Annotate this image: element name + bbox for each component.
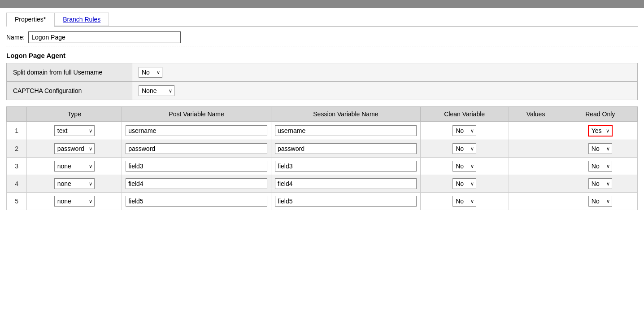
name-row: Name: xyxy=(6,31,638,43)
session-var-input[interactable] xyxy=(275,143,417,154)
session-var-input[interactable] xyxy=(275,178,417,189)
type-select[interactable]: textpasswordnone xyxy=(54,143,95,154)
section-title: Logon Page Agent xyxy=(6,52,638,59)
type-select[interactable]: textpasswordnone xyxy=(54,196,95,207)
clean-select[interactable]: NoYes xyxy=(453,196,476,207)
read-only-wrapper: NoYes xyxy=(588,196,612,207)
read-only-wrapper: YesNo xyxy=(588,125,613,137)
cell-read-only: YesNo xyxy=(563,122,637,140)
type-select[interactable]: textpasswordnone xyxy=(54,125,95,136)
cell-type: textpasswordnone xyxy=(27,140,122,158)
clean-select[interactable]: NoYes xyxy=(453,178,476,189)
cell-values xyxy=(509,140,563,158)
read-only-wrapper: NoYes xyxy=(588,178,612,189)
data-table-header: Type Post Variable Name Session Variable… xyxy=(7,107,638,122)
clean-select[interactable]: NoYes xyxy=(453,125,476,136)
read-only-select[interactable]: NoYes xyxy=(588,143,612,154)
session-var-input[interactable] xyxy=(275,161,417,172)
type-select-wrapper: textpasswordnone xyxy=(54,125,95,136)
cell-post-var xyxy=(122,158,271,175)
post-var-input[interactable] xyxy=(126,143,267,154)
top-bar xyxy=(0,0,644,8)
read-only-select[interactable]: NoYes xyxy=(588,161,612,172)
col-header-type: Type xyxy=(27,107,122,122)
cell-read-only: NoYes xyxy=(563,193,637,210)
agent-setting-label-1: Split domain from full Username xyxy=(7,63,132,82)
col-header-post: Post Variable Name xyxy=(122,107,271,122)
agent-setting-control-1: No Yes xyxy=(132,63,638,82)
tab-bar: Properties* Branch Rules xyxy=(6,13,638,27)
read-only-wrapper: NoYes xyxy=(588,161,612,172)
data-table: Type Post Variable Name Session Variable… xyxy=(6,106,638,210)
main-container: Properties* Branch Rules Name: Logon Pag… xyxy=(0,8,644,215)
read-only-select[interactable]: YesNo xyxy=(589,126,612,136)
name-input[interactable] xyxy=(28,31,181,43)
session-var-input[interactable] xyxy=(275,196,417,207)
cell-type: textpasswordnone xyxy=(27,122,122,140)
read-only-wrapper: NoYes xyxy=(588,143,612,154)
type-select-wrapper: textpasswordnone xyxy=(54,143,95,154)
cell-type: textpasswordnone xyxy=(27,175,122,193)
cell-post-var xyxy=(122,175,271,193)
cell-clean-var: NoYes xyxy=(420,140,509,158)
cell-values xyxy=(509,193,563,210)
col-header-values: Values xyxy=(509,107,563,122)
divider xyxy=(6,47,638,47)
row-number: 1 xyxy=(7,122,27,140)
tab-branch-rules[interactable]: Branch Rules xyxy=(54,13,109,26)
post-var-input[interactable] xyxy=(126,196,267,207)
cell-type: textpasswordnone xyxy=(27,193,122,210)
cell-read-only: NoYes xyxy=(563,175,637,193)
row-number: 5 xyxy=(7,193,27,210)
tab-properties[interactable]: Properties* xyxy=(6,13,54,27)
post-var-input[interactable] xyxy=(126,161,267,172)
cell-clean-var: NoYes xyxy=(420,175,509,193)
clean-select[interactable]: NoYes xyxy=(453,143,476,154)
post-var-input[interactable] xyxy=(126,178,267,189)
cell-session-var xyxy=(271,193,421,210)
type-select-wrapper: textpasswordnone xyxy=(54,161,95,172)
clean-select[interactable]: NoYes xyxy=(453,161,476,172)
agent-setting-control-2: None Option1 xyxy=(132,82,638,100)
table-row: 1textpasswordnoneNoYesYesNo xyxy=(7,122,638,140)
type-select[interactable]: textpasswordnone xyxy=(54,161,95,172)
type-select-wrapper: textpasswordnone xyxy=(54,178,95,189)
captcha-wrapper: None Option1 xyxy=(139,85,174,96)
table-row: 5textpasswordnoneNoYesNoYes xyxy=(7,193,638,210)
col-header-clean: Clean Variable xyxy=(420,107,509,122)
col-header-session: Session Variable Name xyxy=(271,107,421,122)
type-select[interactable]: textpasswordnone xyxy=(54,178,95,189)
agent-settings-table: Split domain from full Username No Yes C… xyxy=(6,63,638,100)
read-only-select[interactable]: NoYes xyxy=(588,196,612,207)
cell-clean-var: NoYes xyxy=(420,122,509,140)
cell-post-var xyxy=(122,193,271,210)
cell-read-only: NoYes xyxy=(563,158,637,175)
session-var-input[interactable] xyxy=(275,125,417,136)
clean-select-wrapper: NoYes xyxy=(453,125,476,136)
cell-clean-var: NoYes xyxy=(420,158,509,175)
col-header-num xyxy=(7,107,27,122)
cell-session-var xyxy=(271,158,421,175)
post-var-input[interactable] xyxy=(126,125,267,136)
row-number: 2 xyxy=(7,140,27,158)
row-number: 3 xyxy=(7,158,27,175)
cell-values xyxy=(509,175,563,193)
cell-values xyxy=(509,122,563,140)
read-only-select[interactable]: NoYes xyxy=(588,178,612,189)
agent-setting-label-2: CAPTCHA Configuration xyxy=(7,82,132,100)
cell-post-var xyxy=(122,122,271,140)
name-label: Name: xyxy=(6,34,25,41)
cell-session-var xyxy=(271,122,421,140)
cell-post-var xyxy=(122,140,271,158)
row-number: 4 xyxy=(7,175,27,193)
captcha-select[interactable]: None Option1 xyxy=(139,85,174,96)
split-domain-select[interactable]: No Yes xyxy=(139,67,162,78)
cell-session-var xyxy=(271,175,421,193)
cell-session-var xyxy=(271,140,421,158)
clean-select-wrapper: NoYes xyxy=(453,143,476,154)
split-domain-wrapper: No Yes xyxy=(139,67,162,78)
table-row: 4textpasswordnoneNoYesNoYes xyxy=(7,175,638,193)
col-header-readonly: Read Only xyxy=(563,107,637,122)
table-row: 2textpasswordnoneNoYesNoYes xyxy=(7,140,638,158)
clean-select-wrapper: NoYes xyxy=(453,196,476,207)
